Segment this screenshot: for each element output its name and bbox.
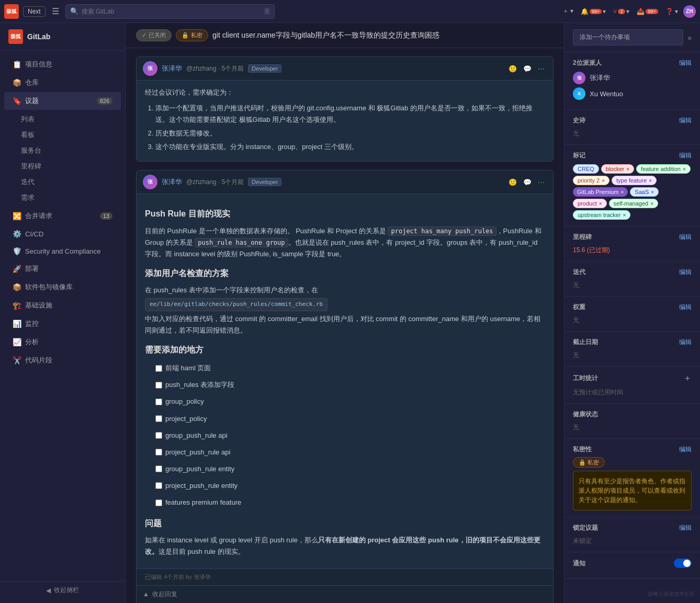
search-input[interactable] — [82, 8, 261, 15]
comment-1-author: 张泽华 — [162, 64, 182, 73]
sidebar-item-repo[interactable]: 📦 仓库 — [4, 74, 121, 92]
sidebar-item-analytics[interactable]: 📈 分析 — [4, 333, 121, 351]
merge-button[interactable]: ⑂ 2 ▾ — [611, 6, 631, 17]
labels-edit-button[interactable]: 编辑 — [679, 151, 692, 160]
sidebar-item-merge-requests-label: 合并请求 — [25, 211, 96, 221]
label-creq[interactable]: CREQ — [573, 164, 599, 174]
emoji-button-1[interactable]: 🙂 — [506, 64, 519, 74]
sidebar-sub-board[interactable]: 看板 — [0, 127, 125, 143]
label-x[interactable]: × — [649, 178, 652, 184]
sidebar-item-snippets[interactable]: ✂️ 代码片段 — [4, 351, 121, 369]
hamburger-icon[interactable]: ☰ — [50, 4, 61, 18]
label-x[interactable]: × — [599, 201, 602, 207]
lock-edit-button[interactable]: 编辑 — [679, 524, 692, 532]
collapse-replies-button[interactable]: ▲ 收起回复 — [137, 585, 553, 603]
emoji-button-2[interactable]: 🙂 — [506, 177, 519, 187]
sidebar-item-security[interactable]: 🛡️ Security and Compliance — [4, 243, 121, 259]
comment-1: 张 张泽华 @zhzhang · 5个月前 Developer 🙂 💬 ⋯ 经过… — [136, 56, 554, 162]
checkbox-9[interactable] — [155, 499, 162, 506]
label-blocker[interactable]: blocker × — [601, 164, 634, 174]
label-x[interactable]: × — [602, 178, 605, 184]
due-date-edit-button[interactable]: 编辑 — [679, 338, 692, 347]
user-avatar[interactable]: ZH — [683, 5, 696, 18]
bell-button[interactable]: 🔔 99+ ▾ — [579, 6, 608, 17]
label-x[interactable]: × — [623, 212, 626, 218]
sidebar-sub-servicedesk[interactable]: 服务台 — [0, 143, 125, 158]
list-item: group_push_rule entity — [155, 462, 545, 476]
list-item: features premium feature — [155, 495, 545, 510]
checkbox-8[interactable] — [155, 482, 162, 489]
weight-header: 权重 编辑 — [573, 303, 692, 312]
sidebar-item-packages[interactable]: 📦 软件包与镜像库 — [4, 278, 121, 296]
comment-2-actions: 🙂 💬 ⋯ — [506, 177, 547, 187]
comment-2-h3-2: 添加用户名检查的方案 — [145, 266, 545, 280]
privacy-edit-button[interactable]: 编辑 — [679, 445, 692, 454]
label-priority-2[interactable]: priority 2 × — [573, 176, 609, 185]
comment-button-1[interactable]: 💬 — [521, 64, 534, 74]
add-button[interactable]: ＋ ▾ — [560, 5, 575, 18]
iteration-value: 无 — [573, 281, 579, 289]
add-todo-button[interactable]: 添加一个待办事项 — [573, 29, 683, 45]
notifications-toggle[interactable] — [674, 559, 692, 568]
issues-icon: 🔖 — [13, 97, 21, 105]
label-self-managed[interactable]: self-managed × — [609, 199, 659, 208]
sidebar-sub-milestones[interactable]: 里程碑 — [0, 158, 125, 174]
checkbox-6[interactable] — [155, 449, 162, 456]
time-tracking-add-button[interactable]: ＋ — [683, 373, 692, 384]
checkbox-5[interactable] — [155, 432, 162, 439]
sidebar-sub-list[interactable]: 列表 — [0, 111, 125, 127]
sidebar-item-deploy[interactable]: 🚀 部署 — [4, 260, 121, 278]
assignees-edit-button[interactable]: 编辑 — [679, 59, 692, 67]
merge-requests-icon: 🔀 — [13, 212, 21, 220]
help-button[interactable]: ❓ ▾ — [663, 6, 680, 17]
sidebar-item-merge-requests[interactable]: 🔀 合并请求 13 — [4, 207, 121, 225]
lock-title: 锁定议题 — [573, 524, 598, 532]
iteration-section: 送代 编辑 无 — [564, 261, 700, 297]
sidebar-item-issues[interactable]: 🔖 议题 826 — [4, 92, 121, 110]
checkbox-1[interactable] — [155, 365, 162, 372]
sidebar-item-infra-label: 基础设施 — [25, 301, 112, 310]
weight-edit-button[interactable]: 编辑 — [679, 303, 692, 312]
milestone-section: 里程碑 编辑 15.6 (已过期) — [564, 226, 700, 261]
label-x[interactable]: × — [650, 201, 653, 207]
label-saas[interactable]: SaaS × — [630, 187, 659, 197]
sidebar-item-infra[interactable]: 🏗️ 基础设施 — [4, 297, 121, 314]
label-x[interactable]: × — [651, 189, 654, 195]
list-item: group_push_rule api — [155, 428, 545, 443]
label-type-feature[interactable]: type feature × — [612, 176, 657, 185]
sidebar-item-monitor[interactable]: 📊 监控 — [4, 315, 121, 333]
nav-icon-group: ＋ ▾ 🔔 99+ ▾ ⑂ 2 ▾ 📥 99+ ❓ ▾ ZH — [560, 5, 696, 18]
time-tracking-header: 工时统计 ＋ — [573, 373, 692, 384]
iteration-edit-button[interactable]: 编辑 — [679, 268, 692, 277]
label-x[interactable]: × — [626, 166, 629, 172]
due-date-section: 截止日期 编辑 无 — [564, 332, 700, 367]
label-gitlab-premium[interactable]: GitLab Premium × — [573, 187, 628, 197]
sidebar-item-cicd[interactable]: ⚙️ CI/CD — [4, 225, 121, 242]
label-upstream-tracker[interactable]: upstream tracker × — [573, 210, 630, 220]
collapse-right-button[interactable]: » — [687, 33, 692, 42]
sidebar-sub-requirements[interactable]: 需求 — [0, 190, 125, 206]
comment-1-header: 张 张泽华 @zhzhang · 5个月前 Developer 🙂 💬 ⋯ — [137, 57, 553, 81]
next-button[interactable]: Next — [23, 6, 46, 17]
checkbox-4[interactable] — [155, 415, 162, 422]
epic-edit-button[interactable]: 编辑 — [679, 116, 692, 125]
more-button-2[interactable]: ⋯ — [536, 177, 547, 187]
label-product[interactable]: product × — [573, 199, 607, 208]
deploy-icon: 🚀 — [13, 265, 21, 273]
health-section: 健康状态 无 — [564, 404, 700, 439]
sidebar-sub-iterations[interactable]: 迭代 — [0, 174, 125, 190]
inbox-button[interactable]: 📥 99+ — [635, 6, 660, 17]
issue-header: ✓ 已关闭 🔒 私密 git client user.name字段与gitlab… — [126, 23, 564, 48]
label-x[interactable]: × — [683, 166, 686, 172]
milestone-edit-button[interactable]: 编辑 — [679, 233, 692, 242]
list-item: project_push_rule entity — [155, 479, 545, 493]
checkbox-2[interactable] — [155, 382, 162, 389]
more-button-1[interactable]: ⋯ — [536, 64, 547, 74]
label-feature-addition[interactable]: feature addition × — [636, 164, 691, 174]
checkbox-7[interactable] — [155, 465, 162, 472]
comment-button-2[interactable]: 💬 — [521, 177, 534, 187]
checkbox-3[interactable] — [155, 399, 162, 405]
sidebar-item-project-info[interactable]: 📋 项目信息 — [4, 55, 121, 73]
label-x[interactable]: × — [620, 189, 624, 195]
sidebar-collapse-button[interactable]: ◀ 收起侧栏 — [0, 581, 125, 599]
